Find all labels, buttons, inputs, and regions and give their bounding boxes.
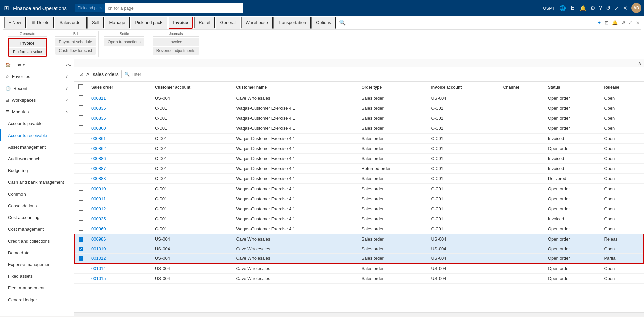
row-sales-order[interactable]: 000960 <box>87 224 151 234</box>
sidebar-item-audit-workbench[interactable]: Audit workbench <box>0 153 74 165</box>
panel-collapse-btn[interactable]: ∧ <box>638 60 641 66</box>
sidebar-item-accounts-payable[interactable]: Accounts payable <box>0 118 74 129</box>
table-row[interactable]: 000960C-001Waqas-Customer Exercise 4.1Sa… <box>74 224 644 234</box>
col-order-type[interactable]: Order type <box>357 82 427 93</box>
row-check-cell[interactable] <box>74 184 87 194</box>
globe-icon[interactable]: 🌐 <box>559 5 566 11</box>
ribbon-btn-invoice[interactable]: Invoice <box>9 39 46 47</box>
row-checkbox[interactable] <box>79 136 83 140</box>
col-customer-account[interactable]: Customer account <box>151 82 232 93</box>
settings-icon[interactable]: ⚙ <box>590 5 595 11</box>
row-sales-order[interactable]: 000811 <box>87 93 151 103</box>
table-row[interactable]: 000861C-001Waqas-Customer Exercise 4.1Sa… <box>74 134 644 144</box>
col-release[interactable]: Release <box>600 82 644 93</box>
row-sales-order[interactable]: 001014 <box>87 263 151 274</box>
row-sales-order[interactable]: 000935 <box>87 214 151 224</box>
row-check-cell[interactable] <box>74 224 87 234</box>
row-checkbox[interactable]: ✓ <box>79 256 83 261</box>
col-sales-order[interactable]: Sales order ↑ <box>87 82 151 93</box>
sidebar-item-cost-accounting[interactable]: Cost accounting <box>0 212 74 223</box>
ribbon-tab-new[interactable]: + New <box>4 17 26 29</box>
table-row[interactable]: 000887C-001Waqas-Customer Exercise 4.1Re… <box>74 164 644 174</box>
col-customer-name[interactable]: Customer name <box>232 82 357 93</box>
table-row[interactable]: 000911C-001Waqas-Customer Exercise 4.1Sa… <box>74 194 644 204</box>
sidebar-collapse-btn[interactable]: « <box>68 62 71 67</box>
ribbon-close-icon[interactable]: ✕ <box>636 20 640 25</box>
row-check-cell[interactable] <box>74 113 87 123</box>
table-row[interactable]: 001014US-004Cave WholesalesSales orderUS… <box>74 263 644 274</box>
row-sales-order[interactable]: 000836 <box>87 113 151 123</box>
row-checkbox[interactable] <box>79 176 83 180</box>
sidebar-item-cost-management[interactable]: Cost management <box>0 223 74 235</box>
sidebar-item-recent[interactable]: 🕐 Recent ∨ <box>0 83 74 94</box>
ribbon-btn-cash-flow[interactable]: Cash flow forecast <box>55 47 96 55</box>
table-row[interactable]: 000836C-001Waqas-Customer Exercise 4.1Sa… <box>74 113 644 123</box>
sidebar-item-home[interactable]: 🏠 Home ∨ <box>0 59 74 71</box>
row-check-cell[interactable] <box>74 263 87 274</box>
ribbon-layout-icon[interactable]: ⊡ <box>605 20 609 25</box>
row-check-cell[interactable] <box>74 273 87 283</box>
sidebar-item-workspaces[interactable]: ⊞ Workspaces ∨ <box>0 94 74 106</box>
row-checkbox[interactable] <box>79 206 83 211</box>
row-check-cell[interactable] <box>74 194 87 204</box>
table-row[interactable]: 000912C-001Waqas-Customer Exercise 4.1Sa… <box>74 204 644 214</box>
row-checkbox[interactable] <box>79 156 83 160</box>
ribbon-btn-payment-schedule[interactable]: Payment schedule <box>55 38 96 46</box>
row-checkbox[interactable] <box>79 146 83 150</box>
row-check-cell[interactable] <box>74 144 87 154</box>
table-row[interactable]: 000811US-004Cave WholesalesSales orderUS… <box>74 93 644 103</box>
ribbon-btn-revenue-adj[interactable]: Revenue adjustments <box>153 47 199 55</box>
sidebar-item-credit-collections[interactable]: Credit and collections <box>0 235 74 247</box>
sidebar-item-fixed-assets[interactable]: Fixed assets <box>0 270 74 282</box>
notification-icon[interactable]: 🔔 <box>580 5 586 11</box>
table-row[interactable]: 000862C-001Waqas-Customer Exercise 4.1Sa… <box>74 144 644 154</box>
row-sales-order[interactable]: 001015 <box>87 273 151 283</box>
row-check-cell[interactable]: ✓ <box>74 254 87 263</box>
row-checkbox[interactable]: ✓ <box>79 247 83 251</box>
row-sales-order[interactable]: 001012 <box>87 254 151 263</box>
ribbon-tab-manage[interactable]: Manage <box>105 17 130 29</box>
row-check-cell[interactable] <box>74 154 87 164</box>
table-row[interactable]: 000886C-001Waqas-Customer Exercise 4.1Sa… <box>74 154 644 164</box>
table-row[interactable]: ✓001010US-004Cave WholesalesSales orderU… <box>74 244 644 254</box>
ribbon-notification-icon[interactable]: 🔔 <box>612 20 618 25</box>
row-check-cell[interactable]: ✓ <box>74 234 87 244</box>
col-invoice-account[interactable]: Invoice account <box>427 82 499 93</box>
ribbon-tab-transportation[interactable]: Transportation <box>273 17 311 29</box>
ribbon-tab-retail[interactable]: Retail <box>194 17 215 29</box>
apps-grid-icon[interactable]: ⊞ <box>3 3 10 13</box>
ribbon-tab-warehouse[interactable]: Warehouse <box>241 17 273 29</box>
ribbon-btn-open-transactions[interactable]: Open transactions <box>104 38 144 46</box>
layout-icon[interactable]: 🖥 <box>570 5 576 11</box>
col-status[interactable]: Status <box>544 82 600 93</box>
table-row[interactable]: 001015US-004Cave WholesalesSales orderUS… <box>74 273 644 283</box>
row-checkbox[interactable] <box>79 196 83 201</box>
row-check-cell[interactable] <box>74 93 87 103</box>
filter-input[interactable] <box>132 72 185 77</box>
funnel-icon[interactable]: ⊿ <box>79 71 84 77</box>
row-checkbox[interactable] <box>79 186 83 191</box>
sidebar-item-cash-bank[interactable]: Cash and bank management <box>0 176 74 188</box>
ribbon-refresh-icon[interactable]: ↺ <box>621 20 625 25</box>
sidebar-item-common[interactable]: Common <box>0 188 74 200</box>
row-checkbox[interactable] <box>79 115 83 120</box>
ribbon-tab-options[interactable]: Options <box>311 17 336 29</box>
sidebar-item-modules[interactable]: ☰ Modules ∧ <box>0 106 74 118</box>
sidebar-item-favorites[interactable]: ☆ Favorites ∨ <box>0 71 74 83</box>
table-row[interactable]: 000935C-001Waqas-Customer Exercise 4.1Sa… <box>74 214 644 224</box>
row-checkbox[interactable] <box>79 266 83 270</box>
row-checkbox[interactable] <box>79 95 83 100</box>
row-checkbox[interactable] <box>79 105 83 110</box>
row-sales-order[interactable]: 000912 <box>87 204 151 214</box>
ribbon-search-icon[interactable]: 🔍 <box>339 19 346 26</box>
user-avatar[interactable]: AD <box>631 3 641 13</box>
row-check-cell[interactable] <box>74 134 87 144</box>
ribbon-tab-delete[interactable]: 🗑 Delete <box>27 17 54 29</box>
table-row[interactable]: 000835C-001Waqas-Customer Exercise 4.1Sa… <box>74 103 644 113</box>
ribbon-color-icon[interactable]: ✦ <box>597 20 601 25</box>
sidebar-item-budgeting[interactable]: Budgeting <box>0 165 74 176</box>
col-channel[interactable]: Channel <box>499 82 544 93</box>
ribbon-btn-invoice-journal[interactable]: Invoice <box>153 38 199 46</box>
row-sales-order[interactable]: 000861 <box>87 134 151 144</box>
row-sales-order[interactable]: 000888 <box>87 174 151 184</box>
